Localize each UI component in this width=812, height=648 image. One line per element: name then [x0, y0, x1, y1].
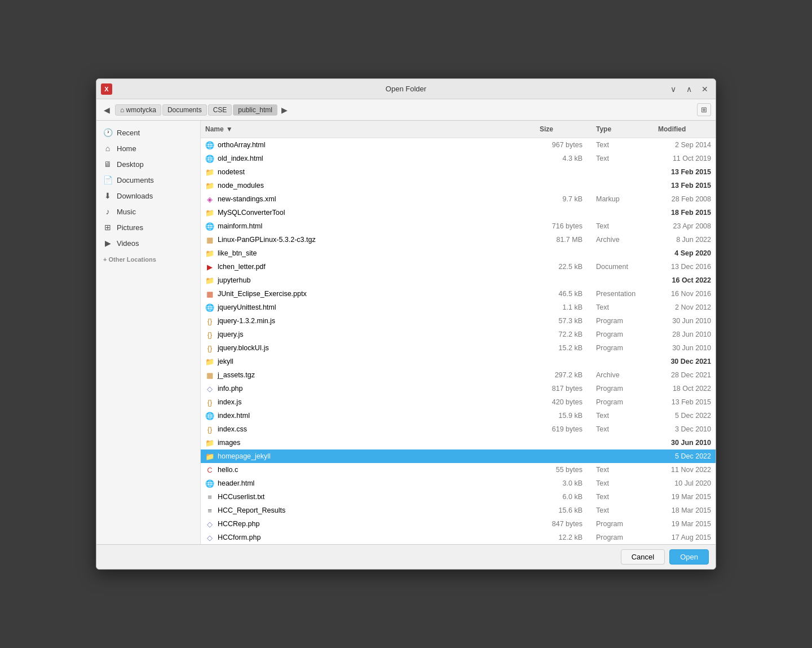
sidebar-other-locations[interactable]: + Other Locations [96, 252, 200, 265]
file-size: 22.5 kB [535, 262, 592, 272]
file-type-icon: 📁 [205, 167, 214, 177]
file-modified: 19 Mar 2015 [654, 519, 716, 529]
file-modified: 2 Sep 2014 [654, 140, 716, 150]
table-row[interactable]: ◇HCCRep.php847 bytesProgram19 Mar 2015 [201, 517, 716, 531]
file-modified: 17 Aug 2015 [654, 532, 716, 543]
file-type-icon: 🌐 [205, 140, 214, 149]
file-size: 72.2 kB [535, 329, 592, 340]
table-row[interactable]: ▦JUnit_Eclipse_Exercise.pptx46.5 kBPrese… [201, 287, 716, 301]
table-row[interactable]: {}jquery.blockUI.js15.2 kBProgram30 Jun … [201, 341, 716, 355]
table-row[interactable]: ≡HCCuserlist.txt6.0 kBText19 Mar 2015 [201, 490, 716, 504]
file-modified: 18 Mar 2015 [654, 505, 716, 515]
table-row[interactable]: ▶lchen_letter.pdf22.5 kBDocument13 Dec 2… [201, 260, 716, 274]
table-row[interactable]: ◇info.php817 bytesProgram18 Oct 2022 [201, 382, 716, 395]
sidebar-item-desktop[interactable]: 🖥 Desktop [96, 157, 200, 171]
file-type-icon: 📁 [205, 181, 214, 190]
table-row[interactable]: {}jquery-1.3.2.min.js57.3 kBProgram30 Ju… [201, 314, 716, 328]
breadcrumb-cse[interactable]: CSE [208, 104, 232, 116]
table-row[interactable]: ◇HCCform.php12.2 kBProgram17 Aug 2015 [201, 531, 716, 544]
table-row[interactable]: 📁like_btn_site4 Sep 2020 [201, 246, 716, 260]
sidebar-item-documents[interactable]: 📄 Documents [96, 173, 200, 187]
table-row[interactable]: 🌐old_index.html4.3 kBText11 Oct 2019 [201, 152, 716, 165]
column-header-name[interactable]: Name ▼ [201, 123, 535, 135]
table-row[interactable]: 🌐mainform.html716 bytesText23 Apr 2008 [201, 219, 716, 233]
cancel-button[interactable]: Cancel [621, 549, 665, 565]
open-button[interactable]: Open [669, 549, 709, 565]
file-size: 817 bytes [535, 383, 592, 394]
sidebar-item-downloads[interactable]: ⬇ Downloads [96, 188, 200, 203]
file-type-icon: 📁 [205, 208, 214, 217]
file-modified: 28 Feb 2008 [654, 194, 716, 204]
table-row[interactable]: 📁nodetest13 Feb 2015 [201, 165, 716, 179]
table-row[interactable]: 🌐header.html3.0 kBText10 Jul 2020 [201, 477, 716, 490]
forward-button[interactable]: ▶ [279, 104, 290, 116]
table-row[interactable]: 📁homepage_jekyll5 Dec 2022 [201, 449, 716, 463]
table-row[interactable]: Chello.c55 bytesText11 Nov 2022 [201, 463, 716, 477]
table-row[interactable]: ◈new-standings.xml9.7 kBMarkup28 Feb 200… [201, 192, 716, 206]
file-type-icon: {} [205, 343, 214, 352]
table-row[interactable]: 🌐jqueryUnittest.html1.1 kBText2 Nov 2012 [201, 301, 716, 314]
table-row[interactable]: 🌐orthoArray.html967 bytesText2 Sep 2014 [201, 138, 716, 152]
file-type-label: Presentation [592, 289, 654, 299]
table-row[interactable]: 📁node_modules13 Feb 2015 [201, 179, 716, 192]
file-name: JUnit_Eclipse_Exercise.pptx [218, 290, 307, 298]
sort-icon: ▼ [226, 125, 233, 133]
file-size: 4.3 kB [535, 153, 592, 164]
toolbar: ◀ ⌂ wmotycka Documents CSE public_html ▶… [96, 99, 716, 121]
file-size: 1.1 kB [535, 302, 592, 312]
table-row[interactable]: 📁MySQLConverterTool18 Feb 2015 [201, 206, 716, 219]
file-type-icon: {} [205, 425, 214, 434]
file-type-label: Text [592, 424, 654, 434]
column-header-modified[interactable]: Modified [654, 123, 716, 135]
file-name: HCC_Report_Results [218, 506, 285, 514]
file-name: j_assets.tgz [218, 371, 255, 379]
sidebar-item-music[interactable]: ♪ Music [96, 204, 200, 219]
open-folder-dialog: X Open Folder ∨ ∧ ✕ ◀ ⌂ wmotycka Documen… [96, 78, 716, 570]
table-row[interactable]: {}index.css619 bytesText3 Dec 2010 [201, 422, 716, 436]
table-row[interactable]: 📁jupyterhub16 Oct 2022 [201, 274, 716, 287]
table-row[interactable]: 📁images30 Jun 2010 [201, 436, 716, 449]
table-row[interactable]: 📁jekyll30 Dec 2021 [201, 355, 716, 368]
close-button[interactable]: ✕ [699, 83, 711, 95]
table-row[interactable]: ▦j_assets.tgz297.2 kBArchive28 Dec 2021 [201, 368, 716, 382]
table-row[interactable]: {}index.js420 bytesProgram13 Feb 2015 [201, 395, 716, 409]
breadcrumb-wmotycka[interactable]: ⌂ wmotycka [115, 104, 161, 116]
breadcrumb-public-html[interactable]: public_html [233, 104, 277, 116]
file-type-label: Text [592, 492, 654, 502]
file-type-label: Program [592, 383, 654, 394]
file-modified: 23 Apr 2008 [654, 221, 716, 231]
new-dir-button[interactable]: ⊞ [697, 103, 711, 116]
file-type-label: Text [592, 505, 654, 515]
pictures-icon: ⊞ [103, 223, 112, 232]
sidebar-item-home[interactable]: ⌂ Home [96, 141, 200, 156]
music-icon: ♪ [103, 207, 112, 216]
table-row[interactable]: 🌐index.html15.9 kBText5 Dec 2022 [201, 409, 716, 422]
file-type-icon: C [205, 465, 214, 474]
file-name: jquery-1.3.2.min.js [218, 317, 275, 325]
file-name: like_btn_site [218, 249, 257, 257]
file-size [535, 211, 592, 214]
sidebar-item-pictures[interactable]: ⊞ Pictures [96, 220, 200, 235]
column-header-type[interactable]: Type [592, 123, 654, 135]
file-size: 9.7 kB [535, 194, 592, 204]
column-header-size[interactable]: Size [535, 123, 592, 135]
table-row[interactable]: ≡HCC_Report_Results15.6 kBText18 Mar 201… [201, 504, 716, 517]
file-modified: 16 Oct 2022 [654, 275, 716, 285]
back-button[interactable]: ◀ [101, 104, 113, 116]
minimize-button[interactable]: ∨ [667, 83, 679, 95]
table-row[interactable]: {}jquery.js72.2 kBProgram28 Jun 2010 [201, 328, 716, 341]
sidebar-item-videos[interactable]: ▶ Videos [96, 236, 200, 250]
file-size: 15.9 kB [535, 411, 592, 421]
file-size: 57.3 kB [535, 316, 592, 326]
file-name: HCCuserlist.txt [218, 493, 264, 501]
table-row[interactable]: ▦Linux-PanGPLinux-5.3.2-c3.tgz81.7 MBArc… [201, 233, 716, 246]
file-modified: 30 Dec 2021 [654, 356, 716, 367]
sidebar-item-recent[interactable]: 🕐 Recent [96, 125, 200, 140]
file-type-icon: 📁 [205, 452, 214, 461]
sidebar-label-downloads: Downloads [117, 192, 153, 200]
file-size: 420 bytes [535, 397, 592, 407]
file-modified: 10 Jul 2020 [654, 478, 716, 488]
maximize-button[interactable]: ∧ [683, 83, 695, 95]
file-name: jekyll [218, 358, 233, 365]
breadcrumb-documents[interactable]: Documents [162, 104, 207, 116]
